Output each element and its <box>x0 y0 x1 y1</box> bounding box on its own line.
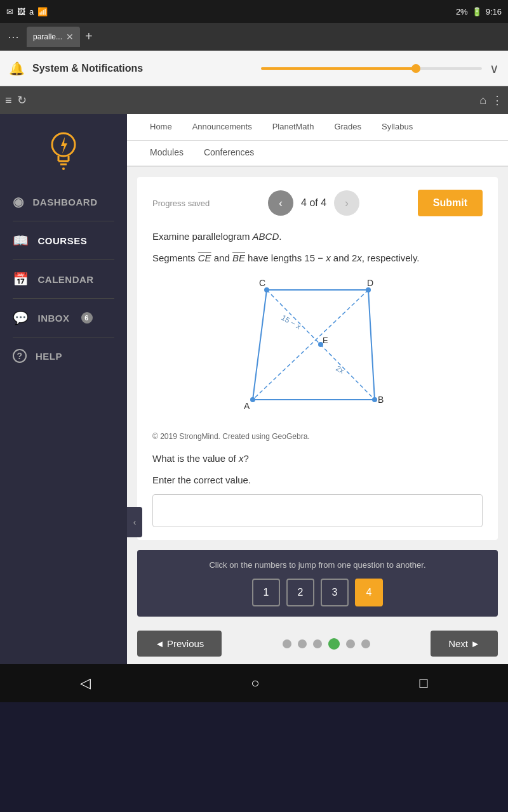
tab-label: paralle... <box>33 32 62 41</box>
parallelogram-name: ABCD <box>253 231 279 242</box>
sidebar-divider-1 <box>13 221 114 221</box>
sidebar-item-dashboard[interactable]: ◉ DASHBOARD <box>0 185 127 218</box>
sidebar-item-label-courses: COURSES <box>38 235 88 246</box>
progress-dot-6 <box>361 639 370 648</box>
quiz-header: Progress saved ‹ 4 of 4 › Submit <box>152 190 483 216</box>
browser-tab[interactable]: paralle... ✕ <box>27 27 80 47</box>
progress-dot-1 <box>283 639 291 648</box>
svg-text:C: C <box>259 278 265 288</box>
question-btn-3[interactable]: 3 <box>321 579 349 606</box>
inbox-icon: 💬 <box>13 310 29 325</box>
svg-point-12 <box>366 287 371 292</box>
browser-menu-btn[interactable]: ⋯ <box>5 27 22 46</box>
more-options-btn[interactable]: ⋮ <box>491 93 503 107</box>
sidebar-divider-4 <box>13 337 114 337</box>
svg-point-11 <box>264 287 269 292</box>
tab-planetmath[interactable]: PlanetMath <box>262 114 324 140</box>
content-area: Home Announcements PlanetMath Grades Syl… <box>127 114 508 664</box>
svg-text:2x: 2x <box>335 363 346 375</box>
quiz-container: Progress saved ‹ 4 of 4 › Submit Examine… <box>137 177 498 540</box>
notification-bar: 🔔 System & Notifications ∨ <box>0 51 508 86</box>
sidebar-item-inbox[interactable]: 💬 INBOX 6 <box>0 301 127 334</box>
answer-input[interactable] <box>152 494 483 527</box>
svg-text:B: B <box>378 395 384 405</box>
slider-thumb <box>411 64 420 73</box>
sidebar-item-label-dashboard: DASHBOARD <box>33 197 98 207</box>
svg-point-6 <box>62 167 65 170</box>
android-home-btn[interactable]: ○ <box>251 675 259 691</box>
sub-tab-conferences[interactable]: Conferences <box>194 141 264 166</box>
sidebar-item-label-help: HELP <box>36 351 62 362</box>
page-counter: 4 of 4 <box>301 197 326 209</box>
sidebar: ◉ DASHBOARD 📖 COURSES 📅 CALENDAR 💬 INBOX… <box>0 114 127 664</box>
refresh-btn[interactable]: ↻ <box>17 93 27 107</box>
page-of: of <box>309 197 321 208</box>
sub-tab-modules[interactable]: Modules <box>140 141 194 166</box>
calendar-icon: 📅 <box>13 272 29 287</box>
copyright-text: © 2019 StrongMind. Created using GeoGebr… <box>152 432 483 441</box>
svg-point-13 <box>372 397 377 402</box>
nav-tabs-bar: Home Announcements PlanetMath Grades Syl… <box>127 114 508 141</box>
sidebar-nav: ◉ DASHBOARD 📖 COURSES 📅 CALENDAR 💬 INBOX… <box>0 185 127 372</box>
svg-marker-5 <box>61 137 67 154</box>
courses-icon: 📖 <box>13 233 29 248</box>
sidebar-item-calendar[interactable]: 📅 CALENDAR <box>0 263 127 296</box>
notification-title: System & Notifications <box>32 63 253 74</box>
progress-dot-2 <box>298 639 307 648</box>
page-current: 4 <box>301 197 307 208</box>
android-recent-btn[interactable]: □ <box>420 675 428 691</box>
svg-text:15 − x: 15 − x <box>280 313 303 331</box>
sidebar-item-label-calendar: CALENDAR <box>38 274 94 285</box>
help-icon: ? <box>13 349 27 363</box>
question-line-2: Segments CE and BE have lengths 15 − x a… <box>152 251 483 266</box>
mail-icon: ✉ <box>6 7 13 16</box>
sidebar-item-courses[interactable]: 📖 COURSES <box>0 224 127 257</box>
sidebar-divider-2 <box>13 259 114 260</box>
nav-hint-text: Click on the numbers to jump from one qu… <box>150 560 485 570</box>
question-navigator: Click on the numbers to jump from one qu… <box>137 550 498 617</box>
home-btn[interactable]: ⌂ <box>479 94 486 107</box>
signal-icon: 📶 <box>37 7 48 16</box>
tab-announcements[interactable]: Announcements <box>182 114 262 140</box>
sidebar-item-help[interactable]: ? HELP <box>0 340 127 372</box>
question-line-1: Examine parallelogram ABCD. <box>152 229 483 244</box>
svg-line-9 <box>253 290 368 400</box>
android-back-btn[interactable]: ◁ <box>80 675 91 691</box>
progress-saved-text: Progress saved <box>152 199 210 208</box>
browser-tab-bar: ⋯ paralle... ✕ + <box>0 23 508 51</box>
question-btn-4[interactable]: 4 <box>355 579 383 606</box>
tab-syllabus[interactable]: Syllabus <box>371 114 423 140</box>
bottom-navigation: ◄ Previous Next ► <box>127 623 508 664</box>
question-btn-2[interactable]: 2 <box>286 579 314 606</box>
progress-dot-4 <box>328 638 340 650</box>
status-bar: ✉ 🖼 a 📶 2% 🔋 9:16 <box>0 0 508 23</box>
notification-slider[interactable] <box>261 67 482 70</box>
submit-button[interactable]: Submit <box>418 190 483 216</box>
notification-chevron[interactable]: ∨ <box>490 61 499 76</box>
logo-bulb <box>44 128 83 173</box>
image-icon: 🖼 <box>17 7 25 16</box>
diagram-container: C D B A E 15 − x 2x <box>152 276 483 422</box>
svg-marker-7 <box>253 290 375 400</box>
sidebar-collapse-btn[interactable]: ‹ <box>127 507 142 537</box>
tab-close-btn[interactable]: ✕ <box>66 32 74 42</box>
tab-home[interactable]: Home <box>140 114 182 140</box>
quiz-prev-arrow[interactable]: ‹ <box>268 190 293 216</box>
hamburger-menu-btn[interactable]: ≡ <box>5 94 12 107</box>
dashboard-icon: ◉ <box>13 194 24 209</box>
tab-grades[interactable]: Grades <box>324 114 371 140</box>
progress-dot-3 <box>313 639 322 648</box>
segment-be: BE <box>232 252 245 263</box>
page-total: 4 <box>321 197 326 208</box>
new-tab-btn[interactable]: + <box>85 29 93 44</box>
quiz-next-arrow[interactable]: › <box>334 190 359 216</box>
question-number-list: 1 2 3 4 <box>150 579 485 606</box>
logo-area <box>0 121 127 185</box>
question-btn-1[interactable]: 1 <box>252 579 280 606</box>
next-button[interactable]: Next ► <box>431 631 498 657</box>
parallelogram-diagram: C D B A E 15 − x 2x <box>241 276 394 422</box>
sidebar-item-label-inbox: INBOX <box>38 313 70 324</box>
browser-toolbar: ≡ ↻ ⌂ ⋮ <box>0 86 508 114</box>
previous-button[interactable]: ◄ Previous <box>137 631 222 657</box>
progress-dots <box>222 638 431 650</box>
